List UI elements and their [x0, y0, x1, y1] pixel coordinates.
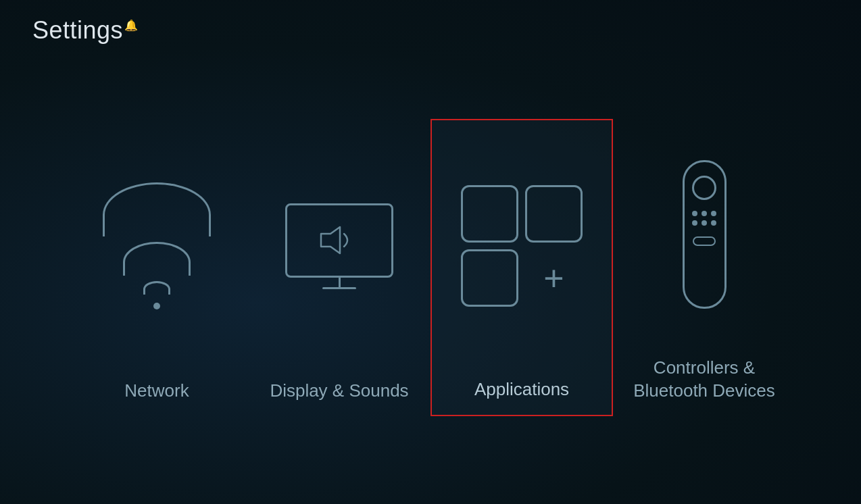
remote-icon — [683, 160, 727, 309]
notification-bell-icon: 🔔 — [124, 19, 139, 32]
wifi-arc-medium — [123, 242, 191, 276]
settings-item-display-sounds[interactable]: Display & Sounds — [248, 119, 430, 416]
grid-square-1 — [461, 185, 518, 243]
remote-dot-4 — [692, 220, 697, 226]
remote-dot-3 — [711, 211, 716, 216]
settings-item-network[interactable]: Network — [66, 119, 248, 416]
grid-square-2 — [525, 185, 583, 243]
remote-circle-button — [692, 176, 716, 200]
remote-dot-6 — [711, 220, 716, 226]
display-sounds-icon-area — [262, 119, 417, 373]
settings-item-applications[interactable]: + Applications — [430, 119, 613, 416]
applications-label: Applications — [474, 378, 569, 401]
network-icon-area — [79, 119, 235, 373]
applications-icon-area: + — [445, 120, 598, 372]
remote-body — [683, 160, 727, 309]
wifi-arc-large — [103, 182, 211, 236]
grid-square-3 — [461, 249, 518, 307]
page-title: Settings 🔔 — [32, 16, 123, 45]
controllers-icon-area — [626, 119, 782, 350]
page-title-text: Settings — [32, 16, 123, 44]
wifi-arc-small — [143, 281, 170, 295]
remote-dots-grid — [692, 211, 716, 226]
tv-stand-base — [322, 287, 356, 289]
settings-item-controllers[interactable]: Controllers &Bluetooth Devices — [613, 119, 795, 416]
grid-plus: + — [525, 249, 583, 307]
settings-page: Settings 🔔 Network — [0, 0, 861, 504]
wifi-icon — [103, 182, 211, 309]
tv-icon — [285, 203, 393, 289]
header: Settings 🔔 — [0, 0, 861, 45]
tv-stand-neck — [339, 278, 341, 287]
apps-grid-icon: + — [454, 178, 589, 313]
controllers-label: Controllers &Bluetooth Devices — [633, 357, 775, 403]
remote-dot-1 — [692, 211, 697, 216]
display-sounds-label: Display & Sounds — [270, 380, 408, 403]
remote-long-button — [693, 236, 716, 246]
speaker-svg — [316, 222, 363, 259]
network-label: Network — [124, 380, 189, 403]
wifi-dot — [153, 303, 160, 309]
tv-screen — [285, 203, 393, 278]
settings-grid: Network Display & Sounds — [0, 45, 861, 504]
remote-dot-5 — [702, 220, 707, 226]
remote-dot-2 — [702, 211, 707, 216]
svg-marker-0 — [321, 227, 340, 253]
